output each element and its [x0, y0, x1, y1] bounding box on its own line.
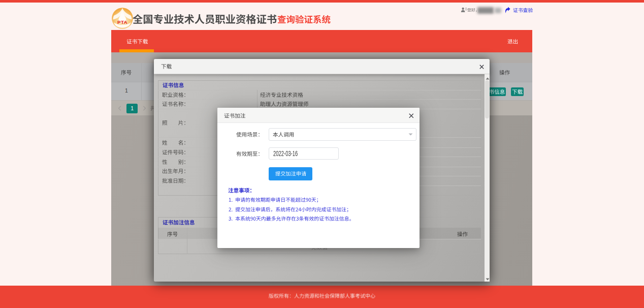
svg-text:PTA: PTA: [117, 19, 127, 25]
